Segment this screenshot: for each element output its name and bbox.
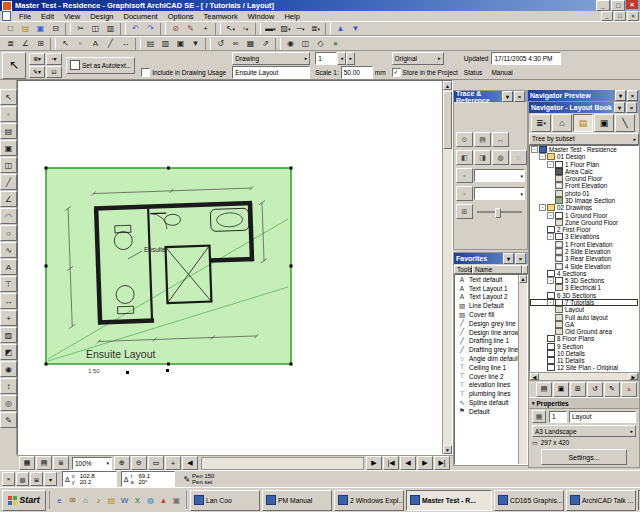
tree-item-2-side-elevation[interactable]: 2 Side Elevation — [530, 248, 638, 255]
favorite-cover-fill[interactable]: ▨Cover fill — [455, 310, 527, 319]
ref-layer-button[interactable]: ▫ — [456, 186, 473, 201]
favorite-elevation-lines[interactable]: ⊤elevation lines — [455, 381, 527, 390]
favorites-col-tools[interactable]: Tools — [454, 265, 472, 274]
ql-mail-icon[interactable]: ✉ — [67, 494, 78, 507]
label-tool[interactable]: ⊤ — [0, 276, 17, 292]
image-tool[interactable]: ◫ — [0, 157, 17, 173]
layout-view-icon[interactable]: ▤ — [36, 456, 52, 470]
scale-field[interactable]: 50.00 — [341, 66, 373, 79]
ql-word-icon[interactable]: W — [119, 494, 130, 507]
ensuite-drawing[interactable]: Ensuite Ensuite Layout 1:50 — [38, 161, 308, 381]
save-icon[interactable]: ▣ — [33, 22, 48, 35]
drawing-number-value[interactable]: 1 — [315, 52, 337, 65]
dropdown-arrow-icon[interactable]: ▾ — [246, 26, 249, 32]
dropdown-arrow-icon[interactable]: ▾ — [302, 26, 305, 32]
text-tool[interactable]: A — [0, 259, 17, 275]
detail-tool[interactable]: ◎ — [0, 395, 17, 411]
ql-notes-icon[interactable]: ▣ — [171, 494, 182, 507]
pen-mini-dd[interactable]: ✎▾ — [29, 66, 45, 78]
palette-menu-icon[interactable]: ▾ — [614, 102, 625, 113]
line-tool-icon[interactable]: ╱ — [103, 37, 118, 50]
update-drawing-icon[interactable]: ↺ — [213, 37, 228, 50]
favorite-angle-dim-default[interactable]: ○Angle dim default — [455, 354, 527, 363]
link-icon[interactable]: ∞ — [228, 37, 243, 50]
grid-snap-icon[interactable]: ⊞ — [30, 472, 43, 486]
tree-expander-icon[interactable]: - — [547, 277, 554, 284]
navigator-preview-titlebar[interactable]: Navigator Preview ▾ × — [528, 90, 640, 101]
import-icon[interactable]: ▼ — [188, 37, 203, 50]
favorite-text-default[interactable]: AText default — [455, 275, 527, 284]
new-drawing-button[interactable]: ⊞ — [570, 382, 586, 397]
menu-options[interactable]: Options — [163, 12, 199, 21]
ql-browser-icon[interactable]: e — [54, 494, 65, 507]
fill-tool[interactable]: ▨ — [0, 327, 17, 343]
copy-icon[interactable]: ◫ — [88, 22, 103, 35]
layers-icon[interactable]: ≣ — [3, 37, 18, 50]
pen-set-icon[interactable]: ▦ — [19, 456, 35, 470]
tree-item-2-first-floor[interactable]: 2 First Floor — [530, 226, 638, 233]
taskbar-button-master-test-r[interactable]: Master Test - R... — [406, 490, 492, 511]
reference-toggle-button[interactable]: ▤ — [474, 132, 491, 147]
section-tool[interactable]: ↕ — [0, 378, 17, 394]
ref-fill-button[interactable]: ◍ — [492, 150, 509, 165]
drawing-tool[interactable]: ▤ — [0, 123, 17, 139]
dropdown-arrow-icon[interactable]: ▾ — [233, 26, 236, 32]
favorite-spline-default[interactable]: ∿Spline default — [455, 398, 527, 407]
arc-tool[interactable]: ◠ — [0, 208, 17, 224]
scroll-right-icon[interactable]: ▶ — [366, 456, 382, 470]
grid-mini-dd[interactable]: ⊡ — [46, 66, 62, 78]
palette-close-icon[interactable]: × — [627, 90, 638, 101]
tree-item-1-ground-floor[interactable]: -1 Ground Floor — [530, 211, 638, 218]
favorite-cover-line-2[interactable]: ⊤Cover line 2 — [455, 372, 527, 381]
marquee-tool-icon[interactable]: ▫ — [73, 37, 88, 50]
undo-icon[interactable]: ↶ — [128, 22, 143, 35]
ref-below-button[interactable]: ◨ — [474, 150, 491, 165]
prev-layout-icon[interactable]: ◀ — [400, 456, 416, 470]
camera-icon[interactable]: ◉ — [283, 37, 298, 50]
taskbar-button-lan-coo[interactable]: Lan Coo — [190, 490, 260, 511]
y-value[interactable]: 20.2 — [80, 479, 114, 486]
layer-dd-icon[interactable]: ≣▾ — [308, 22, 323, 35]
layout-name-field[interactable]: Layout — [569, 411, 636, 423]
layout-canvas[interactable]: Ensuite Ensuite Layout 1:50 ▲ ▼ — [17, 80, 453, 455]
new-subset-button[interactable]: ▤ — [536, 382, 552, 397]
marquee-tool[interactable]: ▫ — [0, 106, 17, 122]
layout-book-icon[interactable]: ▤ — [573, 114, 593, 132]
favorite-plumbing-lines[interactable]: ⊤plumbing lines — [455, 389, 527, 398]
hatch-origin-icon[interactable]: ▨ — [16, 472, 29, 486]
tree-item-9-section[interactable]: 9 Section — [530, 343, 638, 350]
child-close-button[interactable]: × — [627, 11, 639, 21]
horizontal-scrollbar[interactable] — [201, 457, 364, 470]
spin-up-icon[interactable]: ▸ — [346, 52, 355, 65]
list-view-icon[interactable]: ≣ — [53, 456, 69, 470]
ql-desktop-icon[interactable]: ⌂ — [80, 494, 91, 507]
zone-tool[interactable]: ◩ — [0, 344, 17, 360]
close-button[interactable]: × — [626, 0, 638, 9]
circle-tool[interactable]: ○ — [0, 225, 17, 241]
open-icon[interactable]: ▤ — [18, 22, 33, 35]
palette-menu-icon[interactable]: ▾ — [502, 91, 513, 102]
scroll-up-icon[interactable]: ▲ — [519, 275, 527, 283]
tree-expander-icon[interactable]: - — [547, 299, 554, 306]
favorite-default[interactable]: ⚑Default — [455, 407, 527, 416]
grid-icon[interactable]: ⊞ — [33, 37, 48, 50]
reference-layer-dropdown[interactable]: ▾ — [474, 187, 525, 200]
line-type-dd-icon[interactable]: ─▾ — [293, 22, 308, 35]
drawing-selection-frame[interactable] — [46, 168, 291, 364]
tree-item-10-details[interactable]: 10 Details — [530, 350, 638, 357]
layout-settings-button[interactable]: Settings... — [541, 449, 627, 465]
tree-expander-icon[interactable]: - — [539, 153, 546, 160]
pen-tool[interactable]: ✎ — [0, 412, 17, 428]
tree-item-3-elevations[interactable]: -3 Elevations — [530, 233, 638, 240]
next-layout-icon[interactable]: ▶ — [417, 456, 433, 470]
tree-item-02-drawings[interactable]: -02 Drawings — [530, 204, 638, 211]
scrollbar-thumb[interactable] — [206, 458, 296, 467]
reference-dropdown[interactable]: ▾ — [474, 169, 525, 182]
master-format-dropdown[interactable]: A3 Landscape ▸ — [532, 425, 636, 437]
tree-item-11-details[interactable]: 11 Details — [530, 357, 638, 364]
home-icon[interactable]: ⌂ — [552, 114, 572, 132]
child-minimize-button[interactable]: _ — [601, 11, 613, 21]
line-tool[interactable]: ╱ — [0, 174, 17, 190]
properties-header[interactable]: ▾ Properties — [529, 397, 639, 409]
restore-button[interactable]: □ — [611, 0, 625, 11]
